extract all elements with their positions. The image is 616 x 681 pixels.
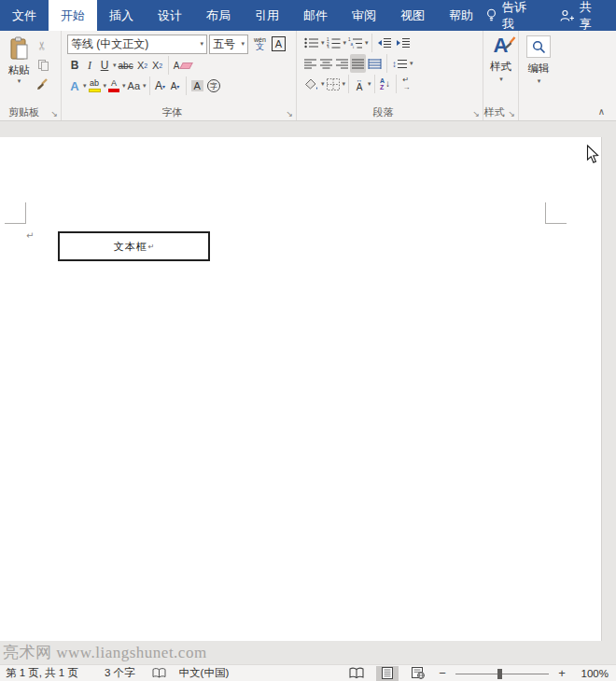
cut-button[interactable]: ✂ bbox=[35, 37, 50, 53]
read-mode-button[interactable] bbox=[345, 666, 368, 681]
tab-view[interactable]: 视图 bbox=[388, 0, 437, 31]
decrease-indent-button[interactable] bbox=[375, 34, 394, 52]
subscript-button[interactable]: X2 bbox=[135, 56, 150, 75]
eraser-icon bbox=[179, 63, 193, 69]
styles-dialog-launcher[interactable]: ↘ bbox=[508, 110, 515, 118]
styles-button[interactable]: A 样式 ▾ bbox=[486, 33, 515, 83]
align-left-button[interactable] bbox=[302, 54, 318, 73]
text-effects-button[interactable]: A bbox=[67, 76, 82, 95]
editing-button[interactable]: 编辑 ▾ bbox=[522, 33, 555, 85]
character-border-button[interactable]: A bbox=[272, 36, 286, 51]
paste-button[interactable]: 粘贴 ▾ bbox=[3, 33, 35, 105]
tell-me-button[interactable]: 告诉我 bbox=[485, 0, 536, 33]
margin-crop-mark-right bbox=[545, 202, 567, 224]
tab-home[interactable]: 开始 bbox=[49, 0, 97, 31]
bold-button[interactable]: B bbox=[67, 56, 82, 75]
superscript-button[interactable]: X2 bbox=[150, 56, 165, 75]
show-hide-marks-button[interactable]: ↵→ bbox=[399, 75, 414, 93]
font-color-button[interactable]: A bbox=[106, 76, 121, 95]
underline-button[interactable]: U bbox=[97, 56, 112, 75]
character-shading-button[interactable]: A bbox=[189, 76, 205, 95]
page-number-indicator[interactable]: 第 1 页, 共 1 页 bbox=[6, 666, 78, 680]
tab-help[interactable]: 帮助 bbox=[437, 0, 485, 31]
tab-layout[interactable]: 布局 bbox=[194, 0, 243, 31]
document-area: ↵ 文本框 ↵ 亮术网 www.liangshunet.com bbox=[0, 121, 616, 664]
down-arrow-icon: ↓ bbox=[385, 79, 390, 89]
tab-design[interactable]: 设计 bbox=[146, 0, 194, 31]
underline-dropdown[interactable]: ▾ bbox=[113, 62, 117, 69]
web-layout-icon bbox=[412, 667, 425, 679]
word-count-indicator[interactable]: 3 个字 bbox=[105, 666, 135, 680]
font-name-combobox[interactable]: 等线 (中文正文) ▾ bbox=[67, 35, 207, 54]
align-center-button[interactable] bbox=[318, 54, 334, 73]
align-right-icon bbox=[336, 59, 348, 69]
bullets-button[interactable] bbox=[302, 34, 320, 52]
shading-button[interactable] bbox=[302, 75, 320, 93]
collapse-ribbon-button[interactable]: ∧ bbox=[598, 106, 605, 117]
format-painter-button[interactable] bbox=[35, 76, 50, 92]
text-effects-dropdown[interactable]: ▾ bbox=[83, 82, 87, 90]
language-indicator[interactable]: 中文(中国) bbox=[179, 666, 230, 680]
enclose-characters-button[interactable]: 字 bbox=[205, 76, 222, 95]
proofing-icon[interactable] bbox=[152, 667, 166, 679]
borders-button[interactable] bbox=[325, 75, 342, 93]
ribbon-tab-bar: 文件 开始 插入 设计 布局 引用 邮件 审阅 视图 帮助 告诉我 共享 bbox=[0, 0, 616, 31]
asian-layout-button[interactable]: ↔A bbox=[352, 75, 367, 93]
font-size-combobox[interactable]: 五号 ▾ bbox=[209, 35, 248, 54]
borders-dropdown[interactable]: ▾ bbox=[343, 80, 346, 88]
text-box[interactable]: 文本框 ↵ bbox=[58, 231, 210, 261]
copy-button[interactable] bbox=[35, 57, 50, 73]
zoom-out-button[interactable]: − bbox=[438, 666, 447, 680]
multilevel-list-button[interactable]: 1ai bbox=[346, 34, 364, 52]
tab-mailings[interactable]: 邮件 bbox=[291, 0, 340, 31]
shrink-font-button[interactable]: A▾ bbox=[168, 76, 183, 95]
tab-references[interactable]: 引用 bbox=[243, 0, 291, 31]
zoom-slider[interactable] bbox=[455, 667, 549, 680]
zoom-in-button[interactable]: + bbox=[557, 666, 567, 680]
tab-review[interactable]: 审阅 bbox=[340, 0, 388, 31]
grow-font-button[interactable]: A▾ bbox=[153, 76, 168, 95]
share-button[interactable]: 共享 bbox=[560, 0, 601, 33]
highlight-button[interactable]: ab bbox=[87, 76, 103, 95]
tab-insert[interactable]: 插入 bbox=[97, 0, 146, 31]
paragraph-dialog-launcher[interactable]: ↘ bbox=[472, 110, 480, 118]
clear-formatting-button[interactable]: A bbox=[172, 56, 194, 75]
styles-group: A 样式 ▾ 样式 ↘ bbox=[483, 31, 519, 120]
distributed-icon bbox=[368, 59, 382, 69]
zoom-level[interactable]: 100% bbox=[575, 668, 609, 679]
asian-layout-dropdown[interactable]: ▾ bbox=[368, 80, 371, 88]
print-layout-button[interactable] bbox=[376, 666, 399, 681]
numbering-button[interactable]: 123 bbox=[325, 34, 343, 52]
increase-indent-icon bbox=[396, 37, 411, 49]
shading-dropdown[interactable]: ▾ bbox=[321, 80, 325, 88]
change-case-button[interactable]: Aa bbox=[126, 76, 142, 95]
change-case-dropdown[interactable]: ▾ bbox=[143, 82, 147, 90]
phonetic-guide-button[interactable]: wén文 bbox=[252, 35, 268, 53]
updown-arrow-icon: ↕ bbox=[392, 59, 397, 69]
font-dialog-launcher[interactable]: ↘ bbox=[286, 110, 293, 118]
sort-button[interactable]: AZ↓ bbox=[378, 75, 393, 93]
bullets-dropdown[interactable]: ▾ bbox=[321, 39, 325, 47]
multilevel-list-dropdown[interactable]: ▾ bbox=[365, 39, 369, 47]
increase-indent-button[interactable] bbox=[394, 34, 413, 52]
clipboard-icon bbox=[8, 36, 29, 61]
align-right-button[interactable] bbox=[334, 54, 350, 73]
tab-file[interactable]: 文件 bbox=[0, 0, 49, 31]
svg-text:i: i bbox=[353, 46, 354, 49]
brush-icon bbox=[504, 36, 516, 50]
chevron-down-icon: ▾ bbox=[241, 40, 245, 48]
document-page[interactable] bbox=[0, 137, 602, 641]
format-painter-icon bbox=[36, 78, 49, 90]
clipboard-dialog-launcher[interactable]: ↘ bbox=[50, 110, 58, 118]
zoom-slider-thumb[interactable] bbox=[497, 669, 502, 679]
line-spacing-button[interactable]: ↕ bbox=[390, 54, 409, 73]
web-layout-button[interactable] bbox=[407, 666, 429, 681]
justify-button[interactable] bbox=[350, 54, 366, 73]
strikethrough-button[interactable]: abc bbox=[117, 56, 135, 75]
zoom-slider-track bbox=[455, 674, 549, 674]
italic-button[interactable]: I bbox=[82, 56, 97, 75]
line-spacing-dropdown[interactable]: ▾ bbox=[410, 60, 413, 67]
distributed-button[interactable] bbox=[366, 54, 384, 73]
decrease-indent-icon bbox=[377, 37, 392, 49]
align-center-icon bbox=[320, 59, 332, 69]
